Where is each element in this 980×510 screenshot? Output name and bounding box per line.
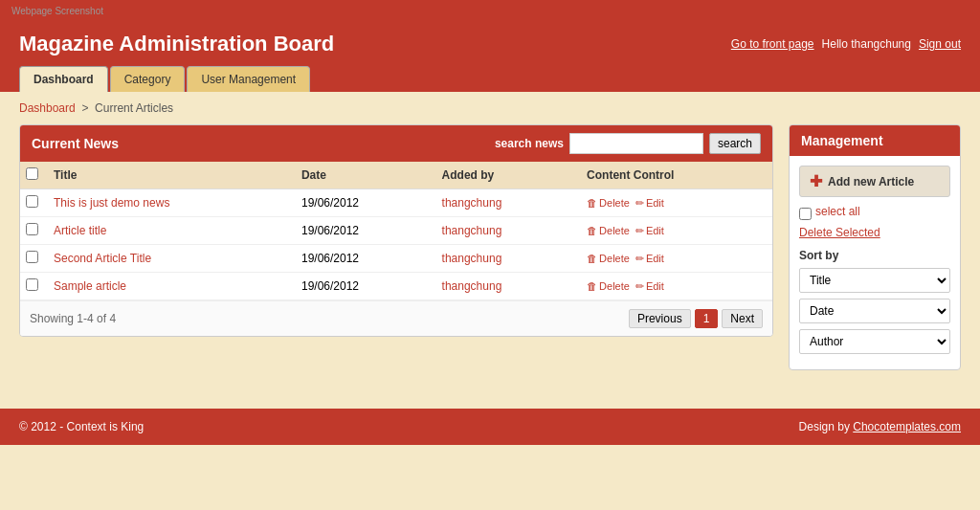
row-control-cell: Delete Edit [577,245,772,273]
tab-category[interactable]: Category [110,66,186,92]
edit-button[interactable]: Edit [635,225,664,237]
tab-user-management[interactable]: User Management [187,66,310,92]
delete-icon [587,197,597,209]
search-input[interactable] [569,133,703,154]
add-article-button[interactable]: ✚ Add new Article [799,166,950,197]
mgmt-title: Management [801,133,883,148]
row-date-cell: 19/06/2012 [292,217,433,245]
edit-button[interactable]: Edit [635,280,664,293]
pagination-row: Showing 1-4 of 4 Previous 1 Next [20,300,772,336]
row-author-link[interactable]: thangchung [442,196,502,210]
mgmt-header: Management [790,125,960,156]
table-row: Sample article 19/06/2012 thangchung Del… [20,273,772,300]
search-button[interactable]: search [709,133,761,154]
search-area: search news search [495,133,761,154]
main-panel: Current News search news search Title Da… [19,124,773,337]
prev-button[interactable]: Previous [629,309,691,328]
site-title: Magazine Administration Board [19,32,334,66]
content-area: Current News search news search Title Da… [0,124,980,389]
control-btns: Delete Edit [587,253,763,265]
showing-text: Showing 1-4 of 4 [30,312,116,325]
nav-tabs: Dashboard Category User Management [0,66,980,92]
delete-icon [587,280,597,292]
row-control-cell: Delete Edit [577,273,772,300]
row-title-link[interactable]: This is just demo news [54,196,169,210]
page-1-button[interactable]: 1 [695,309,719,328]
delete-selected-link[interactable]: Delete Selected [799,226,950,239]
sort-title-select[interactable]: Title Date Author [799,268,950,293]
row-title-link[interactable]: Article title [54,224,106,237]
edit-icon [635,280,644,293]
row-checkbox[interactable] [26,195,38,208]
mgmt-body: ✚ Add new Article select all Delete Sele… [790,156,960,369]
top-bar: Webpage Screenshot [0,0,980,22]
row-author-cell: thangchung [433,217,578,245]
select-all-checkbox[interactable] [26,167,38,180]
row-control-cell: Delete Edit [577,217,772,245]
row-checkbox[interactable] [26,251,38,263]
col-title: Title [44,162,292,189]
select-all-mgmt-checkbox[interactable] [799,208,812,220]
row-author-link[interactable]: thangchung [442,279,502,293]
panel-header: Current News search news search [20,125,772,162]
select-all-link[interactable]: select all [815,205,860,218]
row-title-cell: This is just demo news [44,189,292,217]
breadcrumb: Dashboard > Current Articles [0,92,980,124]
front-page-link[interactable]: Go to front page [731,37,814,51]
next-button[interactable]: Next [722,309,763,328]
row-checkbox-cell [20,245,44,273]
select-all-row: select all [799,205,950,222]
row-title-cell: Second Article Title [44,245,292,273]
control-btns: Delete Edit [587,280,763,293]
breadcrumb-parent[interactable]: Dashboard [19,101,76,115]
tab-dashboard[interactable]: Dashboard [19,66,108,92]
edit-icon [635,225,644,237]
row-author-cell: thangchung [433,245,578,273]
design-by-text: Design by Chocotemplates.com [799,420,961,433]
delete-button[interactable]: Delete [587,197,630,209]
top-bar-label: Webpage Screenshot [11,6,103,16]
greeting-text: Hello thangchung [822,37,911,51]
row-title-link[interactable]: Second Article Title [54,252,151,265]
articles-table: Title Date Added by Content Control This… [20,162,772,300]
pagination-btns: Previous 1 Next [629,309,763,328]
table-row: Article title 19/06/2012 thangchung Dele… [20,217,772,245]
row-author-link[interactable]: thangchung [442,252,502,265]
row-date-cell: 19/06/2012 [292,189,433,217]
table-header-row: Title Date Added by Content Control [20,162,772,189]
edit-button[interactable]: Edit [635,253,664,265]
panel-title: Current News [32,136,119,151]
search-label: search news [495,137,564,150]
sort-author-select[interactable]: Author Title Date [799,329,950,354]
design-link[interactable]: Chocotemplates.com [853,420,961,433]
row-checkbox[interactable] [26,278,38,291]
row-author-link[interactable]: thangchung [442,224,502,237]
col-added-by: Added by [433,162,578,189]
add-article-label: Add new Article [828,175,914,188]
row-checkbox-cell [20,189,44,217]
edit-icon [635,197,644,210]
add-icon: ✚ [810,172,822,190]
row-title-cell: Article title [44,217,292,245]
col-date: Date [292,162,433,189]
mgmt-panel: Management ✚ Add new Article select all … [789,124,961,370]
row-date-cell: 19/06/2012 [292,273,433,300]
header-nav: Go to front page Hello thangchung Sign o… [731,32,961,51]
control-btns: Delete Edit [587,225,763,237]
delete-icon [587,225,597,236]
delete-button[interactable]: Delete [587,280,630,292]
sign-out-link[interactable]: Sign out [919,37,961,51]
row-title-link[interactable]: Sample article [54,279,126,293]
delete-button[interactable]: Delete [587,253,630,264]
delete-button[interactable]: Delete [587,225,630,236]
row-author-cell: thangchung [433,189,578,217]
sort-date-select[interactable]: Date Title Author [799,299,950,323]
col-checkbox [20,162,44,189]
row-author-cell: thangchung [433,273,578,300]
row-checkbox[interactable] [26,223,38,235]
breadcrumb-current: Current Articles [95,101,173,115]
header: Magazine Administration Board Go to fron… [0,22,980,66]
edit-button[interactable]: Edit [635,197,664,210]
table-row: Second Article Title 19/06/2012 thangchu… [20,245,772,273]
row-control-cell: Delete Edit [577,189,772,217]
